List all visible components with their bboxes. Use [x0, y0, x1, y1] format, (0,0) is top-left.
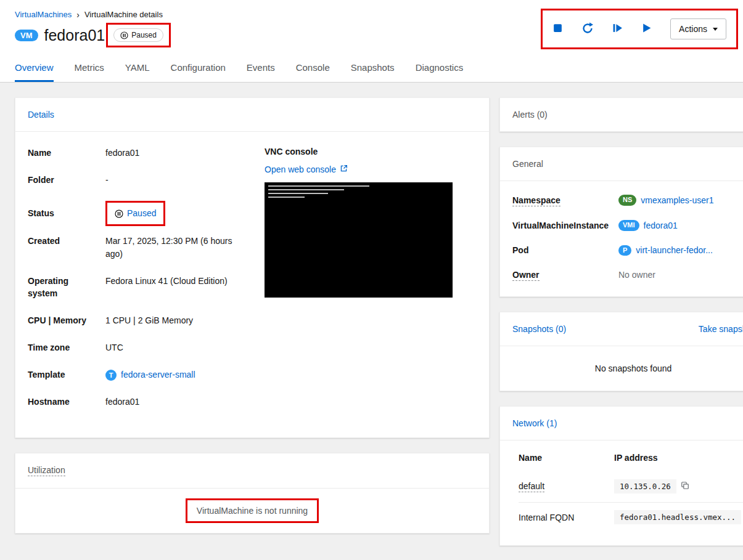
external-link-icon — [340, 164, 348, 174]
detail-value: fedora01 — [105, 396, 139, 408]
restart-icon — [581, 22, 594, 36]
utilization-title[interactable]: Utilization — [28, 465, 65, 476]
vmi-label: VirtualMachineInstance — [512, 221, 618, 230]
details-body: Name fedora01 Folder - Status — [15, 132, 489, 437]
console-text-line — [268, 193, 328, 194]
breadcrumb-virtualmachines-link[interactable]: VirtualMachines — [15, 10, 72, 19]
annotation-box-status-badge: Paused — [106, 23, 171, 47]
tab-bar: Overview Metrics YAML Configuration Even… — [0, 54, 743, 83]
copy-icon — [681, 481, 689, 492]
namespace-label[interactable]: Namespace — [512, 195, 560, 206]
open-web-console-link[interactable]: Open web console — [265, 164, 348, 174]
restart-button[interactable] — [581, 22, 594, 36]
general-label: Owner — [512, 270, 618, 280]
annotation-box-not-running: VirtualMachine is not running — [186, 498, 319, 523]
pod-link[interactable]: virt-launcher-fedor... — [636, 245, 713, 255]
vm-not-running-message: VirtualMachine is not running — [197, 506, 308, 516]
pause-circle-icon — [120, 31, 128, 39]
detail-row-hostname: Hostname fedora01 — [28, 396, 245, 408]
network-row-fqdn-value: fedora01.headless.vmex... — [614, 503, 743, 533]
start-button[interactable] — [641, 23, 652, 35]
owner-label[interactable]: Owner — [512, 270, 540, 281]
vm-status-link[interactable]: Paused — [115, 207, 156, 220]
stop-button[interactable] — [552, 23, 563, 35]
actions-menu-label: Actions — [679, 24, 707, 34]
utilization-card-header: Utilization — [15, 453, 489, 489]
detail-label: Status — [28, 207, 105, 219]
stop-icon — [552, 23, 563, 35]
detail-row-status: Status Paused — [28, 201, 245, 226]
details-title-link[interactable]: Details — [28, 110, 54, 120]
details-card-header: Details — [15, 98, 489, 132]
detail-row-cpu-memory: CPU | Memory 1 CPU | 2 GiB Memory — [28, 314, 245, 327]
network-default-label[interactable]: default — [519, 481, 544, 492]
alerts-title[interactable]: Alerts (0) — [512, 110, 548, 120]
tab-metrics[interactable]: Metrics — [75, 54, 104, 82]
network-card-header: Network (1) — [500, 407, 743, 440]
vmi-kind-badge: VMI — [618, 220, 639, 231]
network-table: Name IP address default 10.135.0.26 — [519, 453, 743, 533]
annotation-box-status-field: Paused — [105, 201, 165, 226]
detail-value: Fedora Linux 41 (Cloud Edition) — [105, 275, 228, 300]
tab-yaml[interactable]: YAML — [125, 54, 150, 82]
general-row-owner: Owner No owner — [512, 270, 743, 280]
console-text-line — [268, 189, 344, 190]
detail-label: Template — [28, 368, 105, 381]
general-value: P virt-launcher-fedor... — [618, 245, 713, 256]
general-body: Namespace NS vmexamples-user1 VirtualMac… — [500, 181, 743, 296]
network-body: Name IP address default 10.135.0.26 — [500, 440, 743, 545]
general-row-vmi: VirtualMachineInstance VMI fedora01 — [512, 220, 743, 231]
details-list: Name fedora01 Folder - Status — [28, 147, 245, 423]
vnc-console-thumbnail[interactable] — [265, 182, 453, 298]
annotation-box-actions-toolbar: Actions — [541, 9, 738, 49]
breadcrumb-chevron-icon: › — [76, 10, 80, 19]
owner-value: No owner — [618, 270, 655, 280]
tab-console[interactable]: Console — [296, 54, 330, 82]
tab-overview[interactable]: Overview — [15, 54, 54, 82]
general-title: General — [512, 159, 543, 169]
general-row-namespace: Namespace NS vmexamples-user1 — [512, 195, 743, 206]
pod-label: Pod — [512, 245, 618, 255]
detail-value: - — [105, 174, 109, 187]
vmi-link[interactable]: fedora01 — [644, 221, 678, 230]
general-value: VMI fedora01 — [618, 220, 678, 231]
detail-label: Hostname — [28, 396, 105, 408]
network-title-link[interactable]: Network (1) — [512, 418, 557, 428]
detail-value: UTC — [105, 341, 123, 354]
actions-menu-button[interactable]: Actions — [670, 18, 726, 39]
vm-status-badge[interactable]: Paused — [113, 28, 163, 42]
vnc-console-title: VNC console — [265, 147, 453, 156]
copy-ip-button[interactable] — [681, 481, 689, 492]
detail-value-status: Paused — [105, 201, 165, 226]
tab-snapshots[interactable]: Snapshots — [351, 54, 395, 82]
console-text-line — [268, 197, 305, 198]
network-column-name: Name — [519, 453, 614, 472]
snapshots-title-link[interactable]: Snapshots (0) — [512, 324, 566, 334]
breadcrumb-current: VirtualMachine details — [84, 10, 163, 19]
tab-events[interactable]: Events — [247, 54, 275, 82]
detail-row-name: Name fedora01 — [28, 147, 245, 160]
alerts-card-header: Alerts (0) — [500, 98, 743, 131]
page-title: fedora01 — [44, 26, 105, 44]
take-snapshot-button[interactable]: Take snapshot — [699, 324, 743, 334]
namespace-link[interactable]: vmexamples-user1 — [641, 195, 713, 205]
snapshots-empty-state: No snapshots found — [500, 346, 743, 391]
left-column: Details Name fedora01 Folder - St — [15, 97, 490, 553]
template-link[interactable]: fedora-server-small — [121, 370, 195, 379]
tab-diagnostics[interactable]: Diagnostics — [416, 54, 464, 82]
console-text-line — [268, 185, 369, 187]
detail-value-template: Tfedora-server-small — [105, 368, 195, 381]
tab-configuration[interactable]: Configuration — [171, 54, 226, 82]
page-header: VirtualMachines › VirtualMachine details… — [0, 0, 743, 54]
detail-value: 1 CPU | 2 GiB Memory — [105, 314, 193, 327]
vnc-console-section: VNC console Open web console — [265, 147, 453, 423]
fqdn-value: fedora01.headless.vmex... — [614, 510, 741, 524]
network-card: Network (1) Name IP address default 10.1… — [499, 406, 743, 546]
detail-label: Time zone — [28, 341, 105, 354]
general-card-header: General — [500, 147, 743, 181]
pod-kind-badge: P — [618, 245, 631, 256]
snapshots-card: Snapshots (0) Take snapshot No snapshots… — [499, 312, 743, 391]
utilization-body: VirtualMachine is not running — [15, 489, 489, 533]
open-web-console-label: Open web console — [265, 164, 336, 174]
resume-button[interactable] — [612, 23, 623, 35]
